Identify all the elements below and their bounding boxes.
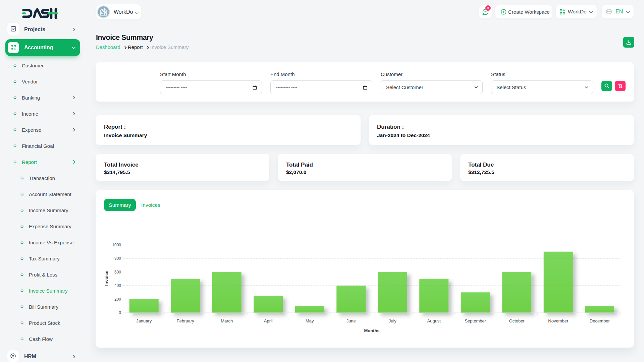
svg-text:August: August [427,318,441,323]
svg-text:May: May [306,318,314,323]
svg-text:June: June [346,318,356,323]
svg-text:March: March [221,318,233,323]
svg-text:200: 200 [114,297,121,302]
svg-text:October: October [509,318,525,323]
svg-text:November: November [548,318,569,323]
svg-text:Invoice: Invoice [104,271,109,286]
svg-text:January: January [136,318,152,323]
svg-text:December: December [590,318,610,323]
svg-text:0: 0 [119,310,121,315]
svg-text:September: September [465,318,486,323]
svg-text:Months: Months [364,328,379,333]
svg-text:July: July [389,318,397,323]
svg-text:600: 600 [114,270,121,275]
svg-text:April: April [264,318,273,323]
svg-text:800: 800 [114,256,121,261]
svg-text:February: February [177,318,195,323]
svg-text:1000: 1000 [112,243,121,247]
svg-text:400: 400 [114,283,121,288]
